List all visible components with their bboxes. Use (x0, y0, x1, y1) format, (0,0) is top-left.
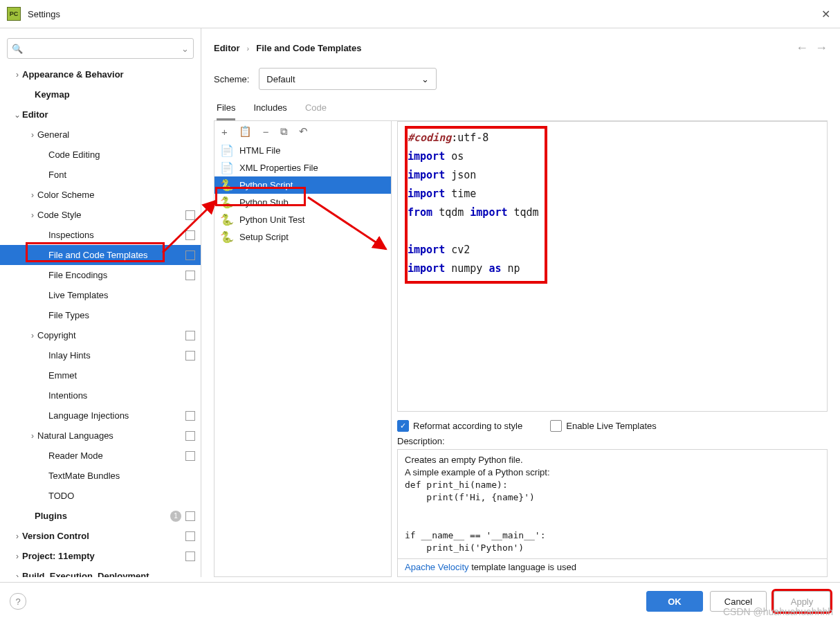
tree-label: General (37, 129, 195, 140)
back-icon[interactable]: ← (796, 41, 808, 55)
duplicate-icon[interactable]: ⧉ (280, 125, 288, 138)
tree-label: File and Code Templates (48, 250, 183, 260)
template-toolbar: + 📋 − ⧉ ↶ (214, 121, 391, 142)
tree-item[interactable]: TextMate Bundles (0, 466, 201, 486)
file-icon: 🐍 (220, 180, 234, 191)
tree-item[interactable]: ›Code Style (0, 205, 201, 225)
tree-label: Inspections (48, 230, 183, 240)
tree-label: Plugins (35, 511, 170, 521)
main-pane: Editor › File and Code Templates ← → Sch… (201, 28, 840, 577)
tree-item[interactable]: Intentions (0, 385, 201, 405)
chevron-icon: › (12, 531, 22, 541)
tab-files[interactable]: Files (217, 97, 235, 120)
tree-item[interactable]: Emmet (0, 365, 201, 385)
dialog-footer: ? OK Cancel Apply (0, 582, 840, 620)
template-label: Python Script (239, 180, 293, 190)
settings-tree: ›Appearance & BehaviorKeymap⌄Editor›Gene… (0, 64, 201, 577)
file-icon: 📄 (220, 145, 234, 156)
template-item[interactable]: 🐍Python Script (214, 176, 391, 194)
tree-item[interactable]: Reader Mode (0, 446, 201, 466)
tree-item[interactable]: TODO (0, 486, 201, 506)
tree-item[interactable]: File and Code Templates (0, 245, 201, 265)
tree-item[interactable]: Keymap (0, 84, 201, 104)
settings-sidebar: 🔍 ⌄ ›Appearance & BehaviorKeymap⌄Editor›… (0, 28, 201, 577)
tree-item[interactable]: File Encodings (0, 265, 201, 285)
search-input[interactable]: 🔍 ⌄ (7, 38, 194, 59)
close-icon[interactable]: ✕ (819, 5, 833, 24)
tree-label: TextMate Bundles (48, 471, 195, 481)
file-icon: 📄 (220, 163, 234, 174)
tree-item[interactable]: ›Appearance & Behavior (0, 64, 201, 84)
chevron-icon: › (28, 190, 37, 200)
tree-item[interactable]: Plugins1 (0, 506, 201, 526)
template-item[interactable]: 📄XML Properties File (214, 159, 391, 176)
tree-item[interactable]: ⌄Editor (0, 104, 201, 125)
tree-label: File Encodings (48, 270, 183, 280)
file-icon: 🐍 (220, 197, 234, 208)
copy-icon[interactable]: 📋 (239, 125, 252, 138)
tree-label: File Types (48, 310, 195, 320)
template-column: + 📋 − ⧉ ↶ 📄HTML File📄XML Properties File… (214, 121, 392, 577)
chevron-icon: › (28, 130, 37, 140)
tree-label: Inlay Hints (48, 350, 183, 361)
scheme-select[interactable]: Default ⌄ (259, 68, 437, 90)
add-icon[interactable]: + (221, 126, 228, 138)
tree-label: TODO (48, 491, 195, 501)
tree-item[interactable]: ›Natural Languages (0, 426, 201, 446)
chevron-icon: › (12, 572, 22, 578)
chevron-icon: › (28, 431, 37, 441)
tree-label: Intentions (48, 390, 195, 401)
breadcrumb-seg-1[interactable]: Editor (214, 43, 240, 53)
chevron-icon: › (28, 331, 37, 340)
tree-item[interactable]: Font (0, 165, 201, 185)
app-icon: PC (7, 7, 21, 21)
project-icon (185, 250, 195, 260)
tree-label: Project: 11empty (22, 551, 183, 561)
undo-icon[interactable]: ↶ (299, 125, 308, 138)
tree-item[interactable]: ›Version Control (0, 526, 201, 546)
tab-code: Code (305, 97, 327, 120)
tree-item[interactable]: ›Project: 11empty (0, 546, 201, 566)
description-box: Creates an empty Python file. A simple e… (397, 449, 828, 560)
chevron-icon: › (12, 70, 22, 80)
code-editor[interactable]: #coding:utf-8 import os import json impo… (397, 121, 828, 412)
template-label: Python Stub (239, 197, 289, 208)
chevron-down-icon: ⌄ (421, 74, 429, 84)
tab-includes[interactable]: Includes (253, 97, 286, 120)
tree-label: Color Scheme (37, 190, 195, 200)
tree-item[interactable]: ›Color Scheme (0, 185, 201, 205)
tree-item[interactable]: ›General (0, 125, 201, 145)
live-templates-checkbox[interactable]: Enable Live Templates (550, 420, 657, 432)
breadcrumb-seg-2: File and Code Templates (256, 43, 361, 53)
tree-item[interactable]: File Types (0, 305, 201, 325)
ok-button[interactable]: OK (646, 591, 703, 612)
template-label: HTML File (239, 145, 280, 156)
template-item[interactable]: 📄HTML File (214, 142, 391, 159)
tree-item[interactable]: ›Copyright (0, 325, 201, 345)
template-item[interactable]: 🐍Python Unit Test (214, 211, 391, 228)
title-bar: PC Settings ✕ (0, 0, 840, 28)
breadcrumb-sep: › (247, 44, 250, 53)
velocity-link[interactable]: Apache Velocity (405, 562, 469, 572)
tree-item[interactable]: Language Injections (0, 405, 201, 426)
template-tabs: FilesIncludesCode (214, 97, 828, 121)
project-icon (185, 451, 195, 461)
file-icon: 🐍 (220, 215, 234, 226)
reformat-checkbox[interactable]: ✓ Reformat according to style (397, 420, 522, 432)
template-item[interactable]: 🐍Setup Script (214, 228, 391, 246)
tree-label: Natural Languages (37, 430, 183, 441)
project-icon (185, 511, 195, 521)
chevron-icon: › (12, 551, 22, 561)
template-item[interactable]: 🐍Python Stub (214, 194, 391, 211)
tree-item[interactable]: ›Build, Execution, Deployment (0, 566, 201, 577)
help-icon[interactable]: ? (10, 593, 26, 610)
window-title: Settings (28, 9, 819, 19)
tree-item[interactable]: Live Templates (0, 285, 201, 305)
remove-icon[interactable]: − (263, 126, 269, 138)
forward-icon[interactable]: → (815, 41, 828, 55)
project-icon (185, 411, 195, 421)
tree-item[interactable]: Code Editing (0, 145, 201, 165)
tree-item[interactable]: Inspections (0, 225, 201, 245)
tree-item[interactable]: Inlay Hints (0, 345, 201, 365)
project-icon (185, 230, 195, 240)
